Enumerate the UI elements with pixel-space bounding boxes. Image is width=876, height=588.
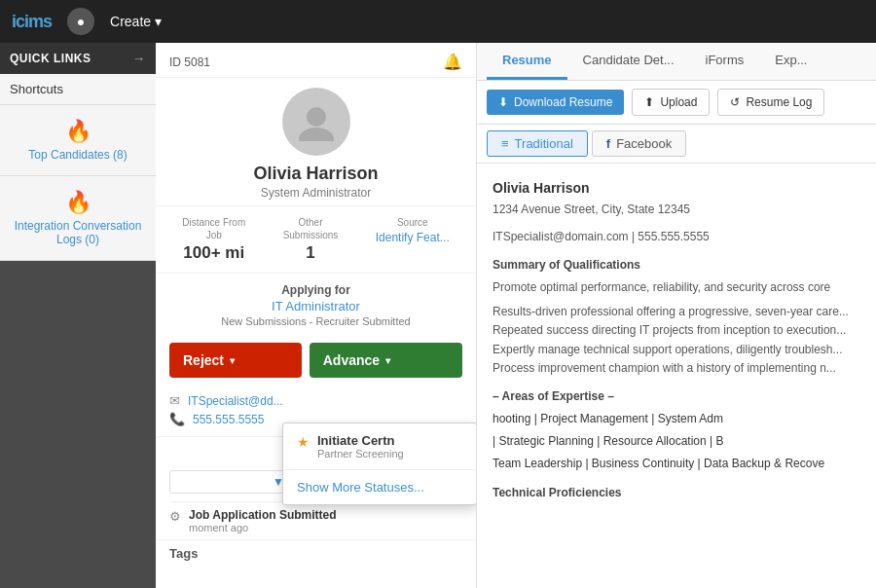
candidate-name: Olivia Harrison	[253, 164, 378, 184]
activity-item: ⚙ Job Application Submitted moment ago	[169, 501, 462, 539]
dropdown-item-label: Initiate Certn	[317, 433, 404, 448]
reject-button[interactable]: Reject ▾	[169, 343, 302, 378]
resume-contact-info: ITSpecialist@domain.com | 555.555.5555	[493, 228, 860, 246]
advance-dropdown-menu: ★ Initiate Certn Partner Screening Show …	[282, 423, 477, 505]
upload-button[interactable]: ⬆ Upload	[632, 89, 710, 116]
notify-icon[interactable]: 🔔	[443, 53, 462, 71]
resume-tabs: Resume Candidate Det... iForms Exp...	[477, 43, 876, 81]
download-resume-button[interactable]: ⬇ Download Resume	[487, 90, 624, 115]
flame-icon: 🔥	[65, 119, 91, 144]
candidate-stats: Distance FromJob 100+ mi OtherSubmission…	[156, 205, 476, 274]
candidate-avatar-area: Olivia Harrison System Administrator	[156, 78, 476, 205]
advance-dropdown-arrow[interactable]: ▾	[385, 355, 390, 366]
action-buttons: Reject ▾ Advance ▾	[156, 333, 476, 387]
applying-section: Applying for IT Administrator New Submis…	[156, 274, 476, 333]
tab-traditional[interactable]: ≡ Traditional	[487, 130, 588, 157]
dropdown-item-certn[interactable]: ★ Initiate Certn Partner Screening	[283, 423, 476, 470]
contact-email[interactable]: ITSpecialist@dd...	[188, 394, 283, 408]
applying-for-label: Applying for	[169, 283, 462, 297]
tab-facebook[interactable]: f Facebook	[592, 130, 686, 157]
email-icon: ✉	[169, 393, 180, 408]
sidebar-link-label-2: Integration Conversation Logs (0)	[8, 219, 148, 246]
candidate-id: ID 5081	[169, 55, 210, 69]
activity-time: moment ago	[189, 522, 337, 533]
skills-line3: Team Leadership | Business Continuity | …	[493, 455, 860, 473]
reject-dropdown-arrow[interactable]: ▾	[230, 355, 235, 366]
resume-name: Olivia Harrison	[493, 177, 860, 199]
contact-phone[interactable]: 555.555.5555	[193, 413, 264, 426]
svg-point-1	[299, 128, 334, 141]
stat-source: Source Identify Feat...	[376, 216, 450, 263]
tab-exp[interactable]: Exp...	[759, 43, 822, 80]
summary-text: Promote optimal performance, reliability…	[493, 278, 860, 297]
expertise-title: – Areas of Expertise –	[493, 387, 860, 406]
contact-email-row: ✉ ITSpecialist@dd...	[169, 393, 462, 408]
resume-address: 1234 Avenue Street, City, State 12345	[493, 201, 860, 219]
technical-title: Technical Proficiencies	[493, 484, 860, 502]
show-more-statuses[interactable]: Show More Statuses...	[283, 470, 476, 504]
advance-button[interactable]: Advance ▾	[310, 343, 462, 378]
resume-toolbar: ⬇ Download Resume ⬆ Upload ↺ Resume Log	[477, 81, 876, 125]
candidate-header: ID 5081 🔔	[156, 43, 476, 78]
traditional-icon: ≡	[501, 136, 509, 151]
candidate-panel: ID 5081 🔔 Olivia Harrison System Adminis…	[156, 43, 477, 588]
skills-line1: hooting | Project Management | System Ad…	[493, 410, 860, 428]
tab-iforms[interactable]: iForms	[690, 43, 760, 80]
stat-submissions: OtherSubmissions 1	[283, 216, 339, 263]
tags-label: Tags	[169, 546, 198, 561]
sidebar-header: QUICK LINKS →	[0, 43, 156, 74]
activity-text: Job Application Submitted	[189, 508, 337, 522]
resume-log-icon: ↺	[730, 95, 740, 109]
activity-gear-icon: ⚙	[169, 509, 181, 524]
sidebar-link-label: Top Candidates (8)	[28, 148, 127, 162]
download-icon: ⬇	[498, 95, 508, 109]
tags-section: Tags	[156, 539, 476, 567]
tab-resume[interactable]: Resume	[487, 43, 567, 80]
star-icon: ★	[297, 434, 310, 450]
svg-point-0	[307, 107, 326, 127]
chevron-down-icon: ▾	[155, 14, 162, 29]
dropdown-item-sub: Partner Screening	[317, 448, 404, 459]
tab-candidate-details[interactable]: Candidate Det...	[567, 43, 690, 80]
content-area: ID 5081 🔔 Olivia Harrison System Adminis…	[156, 43, 876, 588]
resume-content: Olivia Harrison 1234 Avenue Street, City…	[477, 164, 876, 520]
avatar	[282, 88, 350, 156]
top-navigation: icims ● Create ▾	[0, 0, 876, 43]
stat-distance: Distance FromJob 100+ mi	[182, 216, 245, 263]
phone-icon: 📞	[169, 412, 185, 426]
flame-icon-2: 🔥	[65, 190, 91, 215]
skills-line2: | Strategic Planning | Resource Allocati…	[493, 432, 860, 451]
resume-body: Results-driven professional offering a p…	[493, 303, 860, 378]
app-logo: icims	[12, 12, 52, 32]
applying-job[interactable]: IT Administrator	[169, 299, 462, 313]
quick-links-label: QUICK LINKS	[10, 52, 91, 65]
sidebar: QUICK LINKS → Shortcuts 🔥 Top Candidates…	[0, 43, 156, 588]
facebook-icon: f	[606, 136, 610, 151]
create-menu[interactable]: Create ▾	[110, 14, 162, 29]
summary-title: Summary of Qualifications	[493, 256, 860, 275]
applying-status: New Submissions - Recruiter Submitted	[169, 315, 462, 327]
sidebar-arrow-icon[interactable]: →	[132, 51, 147, 66]
sidebar-item-top-candidates[interactable]: 🔥 Top Candidates (8)	[0, 105, 156, 176]
shortcuts-label: Shortcuts	[0, 74, 156, 105]
sidebar-item-integration-logs[interactable]: 🔥 Integration Conversation Logs (0)	[0, 176, 156, 261]
globe-icon[interactable]: ●	[67, 8, 94, 35]
resume-type-tabs: ≡ Traditional f Facebook	[477, 125, 876, 164]
resume-panel: Resume Candidate Det... iForms Exp... ⬇ …	[477, 43, 876, 588]
resume-log-button[interactable]: ↺ Resume Log	[717, 89, 824, 116]
upload-icon: ⬆	[644, 95, 654, 109]
main-layout: QUICK LINKS → Shortcuts 🔥 Top Candidates…	[0, 43, 876, 588]
candidate-title: System Administrator	[261, 186, 371, 200]
